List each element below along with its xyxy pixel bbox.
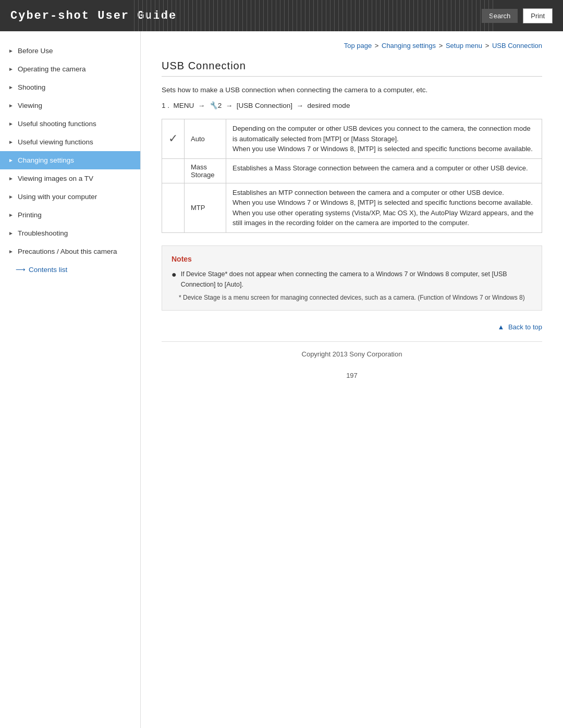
contents-list-label: Contents list bbox=[29, 266, 67, 274]
copyright-text: Copyright 2013 Sony Corporation bbox=[302, 350, 402, 358]
header-grid-decoration bbox=[130, 0, 495, 31]
sidebar-arrow-operating: ► bbox=[8, 66, 14, 72]
sidebar-label-printing: Printing bbox=[18, 211, 42, 219]
table-cell-mode-mtp: MTP bbox=[185, 183, 226, 232]
sidebar-item-printing[interactable]: ► Printing bbox=[0, 206, 140, 224]
bullet-dot-1: ● bbox=[172, 269, 177, 280]
sidebar-arrow-useful-shooting: ► bbox=[8, 121, 14, 127]
sidebar-arrow-printing: ► bbox=[8, 212, 14, 218]
checkmark-icon: ✓ bbox=[168, 132, 178, 145]
sidebar-label-changing-settings: Changing settings bbox=[18, 156, 74, 164]
sidebar-label-viewing: Viewing bbox=[18, 102, 42, 109]
breadcrumb: Top page > Changing settings > Setup men… bbox=[162, 42, 542, 50]
table-cell-icon-auto: ✓ bbox=[162, 119, 185, 159]
sidebar-arrow-useful-viewing: ► bbox=[8, 139, 14, 145]
sidebar-item-using-computer[interactable]: ► Using with your computer bbox=[0, 188, 140, 206]
menu-instruction: 1 . MENU → 🔧2 → [USB Connection] → desir… bbox=[162, 101, 542, 109]
notes-asterisk: * Device Stage is a menu screen for mana… bbox=[172, 293, 532, 303]
sidebar-item-changing-settings[interactable]: ► Changing settings bbox=[0, 151, 140, 169]
header: Cyber-shot User Guide bbox=[0, 0, 563, 31]
sidebar-label-useful-shooting: Useful shooting functions bbox=[18, 120, 96, 128]
sidebar-label-viewing-tv: Viewing images on a TV bbox=[18, 175, 93, 182]
table-row-mass-storage: MassStorage Establishes a Mass Storage c… bbox=[162, 158, 542, 183]
breadcrumb-sep-3: > bbox=[485, 42, 491, 50]
sidebar-label-before-use: Before Use bbox=[18, 47, 53, 55]
notes-bullet-1: ● If Device Stage* does not appear when … bbox=[172, 269, 532, 290]
sidebar-label-using-computer: Using with your computer bbox=[18, 193, 97, 201]
sidebar: ► Before Use ► Operating the camera ► Sh… bbox=[0, 31, 141, 728]
sidebar-arrow-precautions: ► bbox=[8, 249, 14, 254]
sidebar-item-useful-shooting[interactable]: ► Useful shooting functions bbox=[0, 115, 140, 133]
table-cell-icon-mtp bbox=[162, 183, 185, 232]
notes-box: Notes ● If Device Stage* does not appear… bbox=[162, 245, 542, 311]
sidebar-arrow-before-use: ► bbox=[8, 48, 14, 54]
sidebar-item-troubleshooting[interactable]: ► Troubleshooting bbox=[0, 224, 140, 242]
sidebar-label-precautions: Precautions / About this camera bbox=[18, 248, 117, 255]
sidebar-label-operating: Operating the camera bbox=[18, 65, 86, 73]
table-cell-mode-auto: Auto bbox=[185, 119, 226, 159]
notes-title: Notes bbox=[172, 253, 532, 265]
mode-label-mass-storage: MassStorage bbox=[191, 163, 215, 179]
wrench-icon: 🔧 bbox=[209, 102, 218, 109]
page-title: USB Connection bbox=[162, 60, 542, 77]
sidebar-arrow-using-computer: ► bbox=[8, 194, 14, 200]
contents-list-link[interactable]: ⟶ Contents list bbox=[0, 261, 140, 279]
table-cell-desc-mtp: Establishes an MTP connection between th… bbox=[226, 183, 542, 232]
page-description: Sets how to make a USB connection when c… bbox=[162, 86, 542, 94]
sidebar-label-useful-viewing: Useful viewing functions bbox=[18, 138, 93, 146]
sidebar-label-troubleshooting: Troubleshooting bbox=[18, 229, 68, 237]
page-number: 197 bbox=[162, 366, 542, 385]
notes-bullet-text-1: If Device Stage* does not appear when co… bbox=[181, 269, 532, 290]
back-to-top[interactable]: ▲ Back to top bbox=[162, 323, 542, 331]
back-to-top-arrow-icon: ▲ bbox=[497, 323, 504, 331]
mode-label-auto: Auto bbox=[191, 135, 205, 143]
table-cell-desc-auto: Depending on the computer or other USB d… bbox=[226, 119, 542, 159]
usb-connection-table: ✓ Auto Depending on the computer or othe… bbox=[162, 119, 542, 233]
table-cell-desc-mass-storage: Establishes a Mass Storage connection be… bbox=[226, 158, 542, 183]
sidebar-item-precautions[interactable]: ► Precautions / About this camera bbox=[0, 242, 140, 261]
sidebar-arrow-changing-settings: ► bbox=[8, 157, 14, 163]
contents-list-arrow-icon: ⟶ bbox=[16, 266, 26, 274]
main-content: Top page > Changing settings > Setup men… bbox=[141, 31, 563, 728]
page-content: ► Before Use ► Operating the camera ► Sh… bbox=[0, 31, 563, 728]
sidebar-item-before-use[interactable]: ► Before Use bbox=[0, 42, 140, 60]
breadcrumb-top-page[interactable]: Top page bbox=[344, 42, 372, 50]
breadcrumb-usb-connection[interactable]: USB Connection bbox=[492, 42, 542, 50]
sidebar-arrow-shooting: ► bbox=[8, 84, 14, 90]
breadcrumb-sep-1: > bbox=[375, 42, 381, 50]
table-cell-mode-mass-storage: MassStorage bbox=[185, 158, 226, 183]
sidebar-arrow-viewing: ► bbox=[8, 103, 14, 108]
breadcrumb-setup-menu[interactable]: Setup menu bbox=[446, 42, 482, 50]
footer: Copyright 2013 Sony Corporation bbox=[162, 341, 542, 366]
mode-label-mtp: MTP bbox=[191, 204, 205, 212]
sidebar-item-operating-camera[interactable]: ► Operating the camera bbox=[0, 60, 140, 78]
back-to-top-label: Back to top bbox=[508, 323, 542, 331]
table-row-mtp: MTP Establishes an MTP connection betwee… bbox=[162, 183, 542, 232]
print-button[interactable]: Print bbox=[523, 8, 553, 23]
breadcrumb-sep-2: > bbox=[439, 42, 445, 50]
sidebar-arrow-viewing-tv: ► bbox=[8, 176, 14, 181]
sidebar-item-viewing[interactable]: ► Viewing bbox=[0, 96, 140, 115]
table-cell-icon-mass-storage bbox=[162, 158, 185, 183]
table-row-auto: ✓ Auto Depending on the computer or othe… bbox=[162, 119, 542, 159]
sidebar-item-useful-viewing[interactable]: ► Useful viewing functions bbox=[0, 133, 140, 151]
sidebar-item-viewing-tv[interactable]: ► Viewing images on a TV bbox=[0, 169, 140, 188]
sidebar-label-shooting: Shooting bbox=[18, 83, 45, 91]
sidebar-item-shooting[interactable]: ► Shooting bbox=[0, 78, 140, 96]
sidebar-arrow-troubleshooting: ► bbox=[8, 230, 14, 236]
breadcrumb-changing-settings[interactable]: Changing settings bbox=[382, 42, 436, 50]
